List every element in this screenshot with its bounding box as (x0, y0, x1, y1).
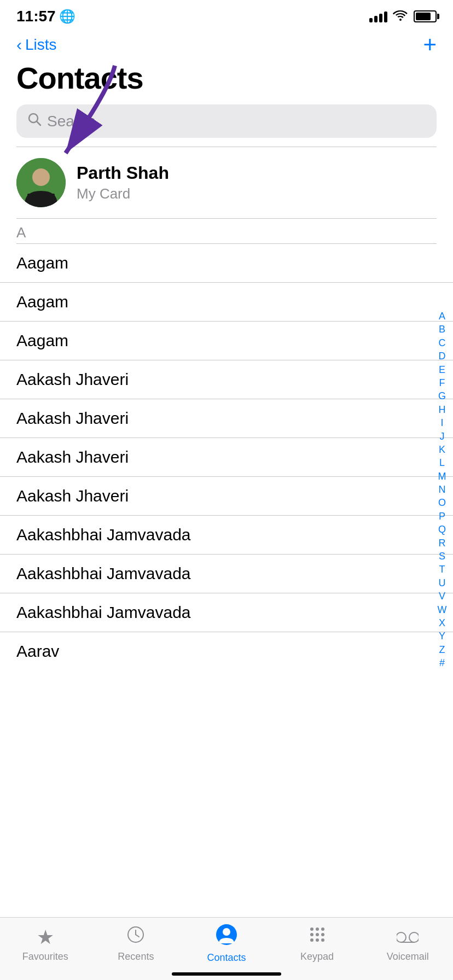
alpha-U[interactable]: U (435, 577, 449, 590)
alpha-D[interactable]: D (435, 350, 449, 363)
back-button[interactable]: ‹ Lists (16, 36, 57, 54)
svg-point-10 (223, 928, 230, 936)
globe-icon: 🌐 (59, 9, 76, 24)
search-placeholder: Search (47, 113, 96, 130)
contacts-icon (216, 924, 237, 950)
alpha-Q[interactable]: Q (435, 523, 449, 536)
alpha-X[interactable]: X (435, 617, 449, 629)
svg-rect-5 (27, 194, 55, 207)
alpha-J[interactable]: J (435, 430, 449, 443)
avatar (16, 158, 66, 207)
tab-favourites[interactable]: ★ Favourites (13, 926, 78, 962)
svg-point-11 (310, 928, 313, 931)
tab-bar: ★ Favourites Recents Contacts (0, 917, 453, 980)
alpha-N[interactable]: N (435, 483, 449, 496)
svg-point-14 (310, 933, 313, 936)
favourites-label: Favourites (22, 951, 68, 962)
svg-point-15 (316, 933, 319, 936)
svg-point-18 (316, 938, 319, 942)
favourites-icon: ★ (37, 926, 54, 949)
alpha-H[interactable]: H (435, 404, 449, 416)
svg-point-13 (321, 928, 324, 931)
alpha-T[interactable]: T (435, 564, 449, 576)
card-subtitle: My Card (77, 185, 169, 202)
alpha-K[interactable]: K (435, 444, 449, 456)
alpha-E[interactable]: E (435, 364, 449, 376)
list-item[interactable]: Aagam (0, 283, 453, 322)
alpha-A[interactable]: A (435, 310, 449, 323)
svg-line-2 (37, 121, 40, 125)
alpha-R[interactable]: R (435, 537, 449, 550)
alpha-S[interactable]: S (435, 550, 449, 563)
search-icon (27, 112, 42, 130)
tab-voicemail[interactable]: Voicemail (375, 926, 440, 962)
alpha-hash[interactable]: # (435, 657, 449, 669)
alpha-P[interactable]: P (435, 510, 449, 523)
alpha-I[interactable]: I (435, 417, 449, 429)
svg-point-17 (310, 938, 313, 942)
back-chevron-icon: ‹ (16, 37, 22, 53)
svg-point-16 (321, 933, 324, 936)
list-item[interactable]: Aakash Jhaveri (0, 477, 453, 516)
card-info: Parth Shah My Card (77, 163, 169, 202)
contacts-list: A Aagam Aagam Aagam Aakash Jhaveri Aakas… (0, 219, 453, 670)
list-item[interactable]: Aakashbhai Jamvavada (0, 555, 453, 593)
battery-icon (414, 10, 437, 22)
signal-bars (369, 10, 387, 22)
list-item[interactable]: Aagam (0, 244, 453, 283)
section-header-a: A (0, 219, 453, 243)
search-bar[interactable]: Search (16, 104, 437, 138)
status-bar: 11:57 🌐 (0, 0, 453, 30)
svg-point-19 (321, 938, 324, 942)
svg-line-8 (136, 935, 139, 937)
alphabet-index: A B C D E F G H I J K L M N O P Q R S T … (435, 310, 449, 670)
alpha-B[interactable]: B (435, 324, 449, 336)
svg-point-12 (316, 928, 319, 931)
alpha-L[interactable]: L (435, 457, 449, 470)
keypad-icon (308, 925, 327, 949)
nav-header: ‹ Lists + (0, 30, 453, 60)
back-label: Lists (25, 36, 57, 54)
alpha-V[interactable]: V (435, 590, 449, 603)
recents-icon (126, 925, 145, 949)
home-indicator (172, 972, 281, 976)
svg-point-4 (32, 168, 50, 186)
alpha-O[interactable]: O (435, 497, 449, 510)
alpha-G[interactable]: G (435, 390, 449, 403)
list-item[interactable]: Aakashbhai Jamvavada (0, 516, 453, 555)
keypad-label: Keypad (300, 951, 334, 962)
list-item[interactable]: Aarav (0, 632, 453, 670)
wifi-icon (393, 9, 408, 24)
tab-recents[interactable]: Recents (103, 925, 169, 962)
recents-label: Recents (118, 951, 154, 962)
alpha-F[interactable]: F (435, 377, 449, 389)
status-time: 11:57 (16, 8, 56, 25)
list-item[interactable]: Aakash Jhaveri (0, 438, 453, 477)
alpha-C[interactable]: C (435, 337, 449, 349)
contacts-label: Contacts (207, 952, 246, 964)
status-icons (369, 9, 437, 24)
my-card[interactable]: Parth Shah My Card (0, 147, 453, 218)
search-container: Search (0, 104, 453, 147)
alpha-W[interactable]: W (435, 604, 449, 616)
list-item[interactable]: Aakash Jhaveri (0, 399, 453, 438)
voicemail-label: Voicemail (387, 951, 429, 962)
list-item[interactable]: Aakashbhai Jamvavada (0, 593, 453, 632)
card-name: Parth Shah (77, 163, 169, 183)
alpha-Z[interactable]: Z (435, 644, 449, 656)
list-item[interactable]: Aagam (0, 322, 453, 360)
tab-keypad[interactable]: Keypad (284, 925, 350, 962)
tab-contacts[interactable]: Contacts (194, 924, 259, 964)
alpha-M[interactable]: M (435, 470, 449, 483)
voicemail-icon (397, 926, 419, 949)
svg-point-21 (409, 932, 419, 942)
page-title: Contacts (0, 60, 453, 104)
alpha-Y[interactable]: Y (435, 631, 449, 643)
add-button[interactable]: + (423, 33, 437, 56)
svg-point-20 (397, 932, 406, 942)
list-item[interactable]: Aakash Jhaveri (0, 360, 453, 399)
